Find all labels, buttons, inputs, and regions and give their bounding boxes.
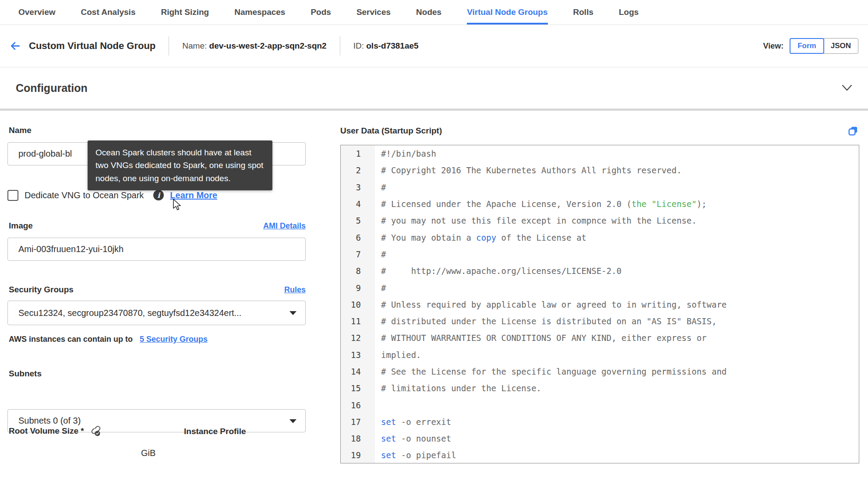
tab-virtual-node-groups[interactable]: Virtual Node Groups bbox=[467, 0, 547, 25]
root-volume-label-row: Root Volume Size * bbox=[9, 425, 101, 437]
tab-nodes[interactable]: Nodes bbox=[416, 0, 441, 25]
page-title: Custom Virtual Node Group bbox=[29, 40, 155, 52]
view-form-button[interactable]: Form bbox=[790, 38, 824, 54]
top-nav: OverviewCost AnalysisRight SizingNamespa… bbox=[0, 0, 868, 25]
dedicate-vng-label: Dedicate VNG to Ocean Spark bbox=[25, 190, 144, 200]
vng-id-meta: ID: ols-d7381ae5 bbox=[353, 41, 419, 51]
code-line: 1#!/bin/bash bbox=[341, 145, 859, 162]
code-line: 16 bbox=[341, 396, 859, 413]
code-line: 11# distributed under the License is dis… bbox=[341, 313, 859, 330]
view-json-button[interactable]: JSON bbox=[823, 38, 858, 54]
helper-text: AWS instances can contain up to bbox=[9, 335, 133, 344]
name-label: Name bbox=[9, 126, 32, 135]
image-input[interactable]: Ami-003fruuen12-yui-10jkh bbox=[7, 238, 306, 261]
dedicate-vng-checkbox[interactable] bbox=[7, 190, 18, 201]
code-line: 4# Licensed under the Apache License, Ve… bbox=[341, 196, 859, 212]
gib-unit-label: GiB bbox=[141, 442, 155, 465]
user-data-title: User Data (Startup Script) bbox=[340, 126, 442, 136]
code-line: 3# bbox=[341, 179, 859, 196]
divider bbox=[340, 36, 340, 56]
image-label: Image bbox=[9, 221, 33, 231]
link-check-icon[interactable] bbox=[89, 425, 101, 437]
caret-down-icon bbox=[289, 311, 296, 315]
rules-link[interactable]: Rules bbox=[284, 285, 306, 295]
instance-profile-label: Instance Profile bbox=[184, 427, 246, 436]
configuration-section-header[interactable]: Configuration bbox=[0, 67, 868, 109]
page-header: Custom Virtual Node Group Name: dev-us-w… bbox=[0, 25, 868, 67]
tab-logs[interactable]: Logs bbox=[619, 0, 639, 25]
code-line: 5# you may not use this file except in c… bbox=[341, 212, 859, 229]
back-arrow-icon[interactable] bbox=[9, 39, 24, 53]
security-groups-label: Security Groups bbox=[9, 285, 74, 295]
code-line: 10# Unless required by applicable law or… bbox=[341, 296, 859, 313]
tab-right-sizing[interactable]: Right Sizing bbox=[161, 0, 209, 25]
code-line: 19set -o pipefail bbox=[341, 447, 859, 463]
info-icon[interactable]: i bbox=[153, 190, 164, 200]
tab-cost-analysis[interactable]: Cost Analysis bbox=[81, 0, 136, 25]
code-line: 8# http://www.apache.org/licenses/LICENS… bbox=[341, 263, 859, 279]
security-groups-label-row: Security Groups Rules bbox=[9, 285, 306, 295]
code-line: 15# limitations under the License. bbox=[341, 380, 859, 396]
user-data-header: User Data (Startup Script) bbox=[340, 125, 859, 137]
root-volume-label: Root Volume Size * bbox=[9, 426, 84, 436]
image-label-row: Image AMI Details bbox=[9, 221, 306, 231]
divider bbox=[169, 36, 169, 56]
tab-pods[interactable]: Pods bbox=[311, 0, 331, 25]
tab-namespaces[interactable]: Namespaces bbox=[234, 0, 285, 25]
code-line: 12# WITHOUT WARRANTIES OR CONDITIONS OF … bbox=[341, 330, 859, 346]
configuration-content: Name prod-global-bl Ocean Spark clusters… bbox=[0, 111, 868, 476]
code-line: 9# bbox=[341, 279, 859, 296]
five-security-groups-link[interactable]: 5 Security Groups bbox=[140, 335, 208, 344]
code-line: 14# See the License for the specific lan… bbox=[341, 363, 859, 380]
code-line: 18set -o nounset bbox=[341, 430, 859, 447]
code-line: 2# Copyright 2016 The Kubernetes Authors… bbox=[341, 162, 859, 179]
configuration-title: Configuration bbox=[16, 82, 88, 95]
code-editor[interactable]: 1#!/bin/bash2# Copyright 2016 The Kubern… bbox=[340, 145, 859, 463]
subnets-label: Subnets bbox=[9, 369, 42, 379]
code-line: 13implied. bbox=[341, 347, 859, 363]
security-groups-select[interactable]: Secu12324, secgroup23470870, segtuyfsd12… bbox=[7, 301, 306, 325]
view-label: View: bbox=[763, 42, 784, 51]
dedicate-vng-row: Dedicate VNG to Ocean Spark i Learn More bbox=[7, 189, 217, 202]
code-line: 6# You may obtain a copy of the License … bbox=[341, 229, 859, 246]
view-toggle: Form JSON bbox=[790, 38, 858, 54]
vng-name-meta: Name: dev-us-west-2-app-sqn2-sqn2 bbox=[182, 41, 326, 51]
copy-icon[interactable] bbox=[847, 125, 859, 137]
security-groups-helper: AWS instances can contain up to 5 Securi… bbox=[9, 335, 208, 344]
tab-overview[interactable]: Overview bbox=[18, 0, 56, 25]
code-line: 7# bbox=[341, 246, 859, 263]
caret-down-icon bbox=[289, 419, 296, 423]
ami-details-link[interactable]: AMI Details bbox=[263, 221, 306, 231]
cursor-pointer-icon bbox=[172, 198, 183, 211]
tab-rolls[interactable]: Rolls bbox=[573, 0, 593, 25]
tab-services[interactable]: Services bbox=[356, 0, 391, 25]
chevron-down-icon[interactable] bbox=[842, 84, 852, 91]
ocean-spark-tooltip: Ocean Spark clusters should have at leas… bbox=[88, 140, 272, 190]
code-line: 17set -o errexit bbox=[341, 414, 859, 430]
